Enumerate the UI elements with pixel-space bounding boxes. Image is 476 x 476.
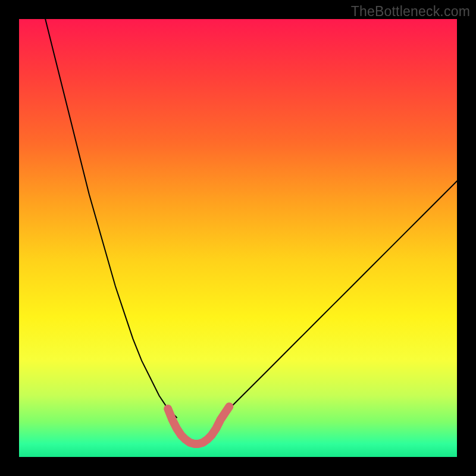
plot-area [19, 19, 457, 457]
sweet-spot-pink [168, 406, 229, 444]
left-curve-black [45, 19, 177, 418]
right-curve-black [221, 181, 457, 418]
watermark-text: TheBottleneck.com [351, 4, 470, 20]
chart-frame: TheBottleneck.com [0, 0, 476, 476]
bottleneck-curve-svg [19, 19, 457, 457]
